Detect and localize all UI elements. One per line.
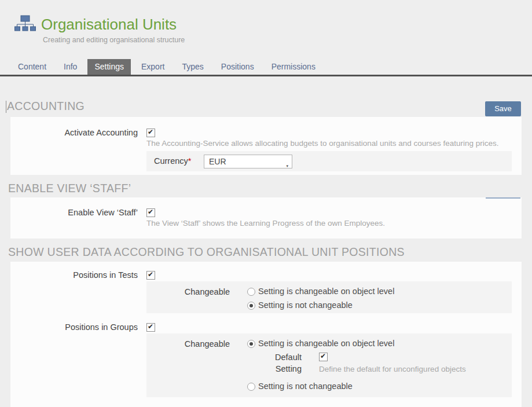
tab-content[interactable]: Content [11,59,53,75]
tests-not-changeable-radio[interactable] [247,302,255,310]
groups-not-changeable-radio-label[interactable]: Setting is not changeable [258,382,353,391]
activate-accounting-label: Activate Accounting [10,128,138,137]
groups-changeable-radio[interactable] [247,340,255,348]
dropdown-arrow-icon: ▾ [286,160,288,173]
tab-settings[interactable]: Settings [87,59,131,75]
tab-permissions[interactable]: Permissions [265,59,322,75]
groups-changeable-label: Changeable [146,339,230,349]
text-cursor [6,101,6,113]
enable-view-staff-checkbox[interactable] [146,208,155,217]
tests-changeable-label: Changeable [146,287,230,296]
section-title-accounting: ACCOUNTING [7,100,85,113]
positions-in-tests-label: Positions in Tests [10,270,138,280]
default-setting-label-line1: Default [275,353,302,362]
tests-not-changeable-radio-label[interactable]: Setting is not changeable [258,300,353,310]
org-chart-icon [14,15,36,34]
settings-page: Organisational Units Creating and editin… [0,0,532,407]
tab-info[interactable]: Info [57,59,84,75]
accounting-panel: Activate Accounting The Accounting-Servi… [10,117,522,175]
tab-export[interactable]: Export [134,59,171,75]
page-title: Organisational Units [41,16,177,34]
groups-changeable-subpanel: Changeable Setting is changeable on obje… [146,333,512,397]
tab-bar: Content Info Settings Export Types Posit… [0,59,532,75]
groups-not-changeable-radio[interactable] [247,383,255,391]
section-title-user-data: SHOW USER DATA ACCORDING TO ORGANISATION… [8,245,405,259]
page-subtitle: Creating and editing organisational stru… [43,36,185,44]
required-asterisk: * [188,156,192,166]
positions-in-tests-checkbox[interactable] [146,271,155,280]
staff-view-panel: Enable View ‘Staff’ The View ‘Staff’ sho… [10,197,522,239]
default-setting-label: Default Setting [216,351,302,375]
save-button[interactable]: Save [485,101,521,116]
activate-accounting-description: The Accounting-Service allows allocating… [146,139,499,148]
tests-changeable-subpanel: Changeable Setting is changeable on obje… [146,281,512,313]
tab-positions[interactable]: Positions [214,59,261,75]
currency-label: Currency* [154,156,191,166]
default-setting-description: Define the default for unconfigured obje… [319,365,466,373]
currency-select-value: EUR [209,157,226,166]
activate-accounting-checkbox[interactable] [146,129,155,137]
tests-changeable-radio-label[interactable]: Setting is changeable on object level [258,287,394,296]
groups-changeable-radio-label[interactable]: Setting is changeable on object level [258,339,394,348]
default-setting-label-line2: Setting [276,364,302,373]
positions-in-groups-label: Positions in Groups [10,322,138,332]
currency-select[interactable]: EUR ▾ [204,155,292,168]
currency-label-text: Currency [154,156,188,166]
section-title-staff-view: ENABLE VIEW ‘STAFF’ [8,182,131,195]
panel-top-accent-line [486,197,520,199]
enable-view-staff-label: Enable View ‘Staff’ [10,208,138,217]
user-data-panel: Positions in Tests Changeable Setting is… [10,262,522,407]
tab-underline [0,75,532,76]
enable-view-staff-description: The View ‘Staff’ shows the Learning Prog… [146,219,385,228]
tab-types[interactable]: Types [175,59,210,75]
default-setting-checkbox[interactable] [319,353,328,361]
positions-in-groups-checkbox[interactable] [146,323,155,332]
currency-subpanel: Currency* EUR ▾ [146,151,512,171]
tests-changeable-radio[interactable] [247,288,255,296]
